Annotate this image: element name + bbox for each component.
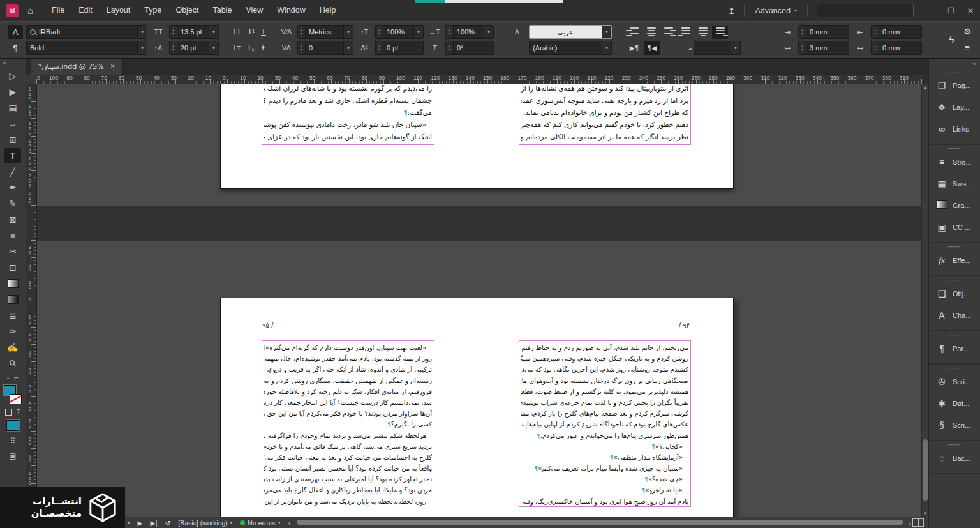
drag-handle-icon[interactable]: ╍╍╍╍ bbox=[929, 70, 980, 75]
preflight-status[interactable]: No errors ▾ bbox=[240, 519, 280, 527]
menu-layout[interactable]: Layout bbox=[100, 0, 138, 21]
text-frame-page-95[interactable]: «لعنت بهت سپیان، اون‌قدر دوستت دارم که گ… bbox=[262, 340, 434, 517]
menu-help[interactable]: Help bbox=[313, 0, 343, 21]
horizontal-scrollbar[interactable] bbox=[295, 520, 903, 525]
chevron-down-icon[interactable]: ▾ bbox=[343, 26, 353, 38]
rtl-direction-button[interactable]: ¶◀ bbox=[644, 41, 660, 55]
left-indent-field[interactable]: ▲▼ 0 mm bbox=[871, 25, 922, 39]
gradient-feather-tool[interactable] bbox=[4, 292, 21, 307]
chevron-down-icon[interactable]: ▾ bbox=[413, 26, 423, 38]
eyedropper-tool[interactable]: ✑ bbox=[4, 324, 21, 339]
content-collector-tool[interactable]: ⊞ bbox=[4, 132, 21, 147]
last-page-icon[interactable]: ▶| bbox=[151, 519, 158, 527]
align-jright-button[interactable] bbox=[712, 26, 728, 39]
panel-button-data-merge[interactable]: ✱Dat... bbox=[929, 393, 980, 414]
document-canvas[interactable]: را می‌دیدم که بر گورم نشسته بود و با شان… bbox=[36, 84, 922, 517]
case-button-2[interactable]: T bbox=[261, 27, 265, 36]
horizontal-scroll-thumb[interactable] bbox=[297, 520, 902, 525]
drag-handle-icon[interactable]: ╍╍╍╍ bbox=[929, 366, 980, 371]
stepper-icon[interactable]: ▲▼ bbox=[170, 26, 177, 38]
tracking-field[interactable]: ▲▼ 0 ▾ bbox=[297, 41, 353, 55]
text-frame-page-93[interactable]: را می‌دیدم که بر گورم نشسته بود و با شان… bbox=[262, 84, 434, 145]
horizontal-ruler[interactable]: 0100908070605040302010010203040506070809… bbox=[36, 75, 922, 84]
font-family-combo[interactable]: IRBadr ▾ bbox=[26, 25, 147, 39]
align-center-button[interactable] bbox=[643, 26, 659, 39]
restore-button[interactable]: ❐ bbox=[942, 0, 961, 21]
chevron-down-icon[interactable]: ▾ bbox=[343, 41, 353, 54]
panel-button-script-label[interactable]: §Scri... bbox=[929, 414, 980, 436]
horizontal-scale-field[interactable]: ▲▼ 100% ▾ bbox=[445, 25, 494, 39]
panel-button-paragraph-styles[interactable]: ¶Par... bbox=[929, 338, 980, 359]
panel-button-pages[interactable]: ❐Pag... bbox=[929, 75, 980, 96]
menu-table[interactable]: Table bbox=[206, 0, 239, 21]
scissors-tool[interactable]: ✂ bbox=[4, 244, 21, 259]
kashida-combo[interactable]: ▾ bbox=[694, 41, 741, 55]
chevron-down-icon[interactable]: ▾ bbox=[209, 41, 218, 54]
stepper-icon[interactable]: ▲▼ bbox=[298, 41, 306, 54]
scroll-right-icon[interactable]: › bbox=[909, 519, 912, 527]
menu-type[interactable]: Type bbox=[137, 0, 168, 21]
vertical-scale-field[interactable]: ▲▼ 100% ▾ bbox=[375, 25, 424, 39]
position-button-0[interactable]: Tᴛ bbox=[232, 43, 241, 52]
digits-combo[interactable]: عربي ▾ bbox=[529, 25, 612, 39]
align-jleft-button[interactable] bbox=[678, 26, 694, 39]
workspace-switcher[interactable]: Advanced ▾ bbox=[745, 6, 807, 15]
formatting-affects-container-icon[interactable] bbox=[5, 409, 12, 416]
quick-actions-icon[interactable]: ϟ bbox=[949, 34, 954, 46]
note-tool[interactable]: ≣ bbox=[4, 308, 21, 323]
last-line-indent-field[interactable]: ▲▼ 0 mm bbox=[871, 41, 922, 55]
panel-button-background-tasks[interactable]: ◌Bac... bbox=[929, 448, 980, 469]
zoom-tool[interactable]: ⚲ bbox=[4, 356, 21, 371]
stepper-icon[interactable]: ▲▼ bbox=[376, 41, 383, 54]
align-jcenter-button[interactable] bbox=[695, 26, 711, 39]
home-icon[interactable]: ⌂ bbox=[27, 5, 33, 16]
language-combo[interactable]: (Arabic) ▾ bbox=[529, 41, 612, 55]
menu-view[interactable]: View bbox=[239, 0, 270, 21]
font-size-field[interactable]: ▲▼ 13.5 pt ▾ bbox=[169, 25, 219, 39]
default-swatches-swap[interactable]: ▪⇄ bbox=[7, 375, 19, 381]
menu-window[interactable]: Window bbox=[270, 0, 312, 21]
stepper-icon[interactable]: ▲▼ bbox=[170, 41, 177, 54]
panel-button-cc-libraries[interactable]: ▣CC ... bbox=[929, 216, 980, 238]
panel-button-links[interactable]: ∞Links bbox=[929, 118, 980, 140]
minimize-button[interactable]: – bbox=[923, 0, 942, 21]
panel-button-gradient[interactable]: Gra... bbox=[929, 195, 980, 216]
vertical-ruler[interactable]: 1 5 01 6 01 7 01 8 01 9 02 0 02 1 03 02 … bbox=[26, 84, 37, 517]
chevron-down-icon[interactable]: ▾ bbox=[484, 26, 493, 38]
close-tab-icon[interactable]: ✕ bbox=[110, 63, 115, 70]
chevron-down-icon[interactable]: ▾ bbox=[602, 26, 611, 38]
chevron-down-icon[interactable]: ▾ bbox=[209, 26, 218, 38]
panel-button-object-styles[interactable]: ❑Obj... bbox=[929, 283, 980, 305]
search-input[interactable] bbox=[817, 4, 914, 17]
panel-button-scripts[interactable]: ✇Scri... bbox=[929, 371, 980, 393]
gap-tool[interactable]: ↔ bbox=[4, 116, 21, 132]
position-button-1[interactable]: T₁ bbox=[247, 43, 254, 52]
pencil-tool[interactable]: ✎ bbox=[4, 196, 21, 211]
scroll-left-icon[interactable]: ‹ bbox=[288, 519, 291, 527]
case-button-0[interactable]: TT bbox=[232, 27, 241, 36]
free-transform-tool[interactable]: ⊡ bbox=[4, 260, 21, 275]
screen-mode-icon[interactable]: ⠿ bbox=[10, 437, 16, 446]
kerning-field[interactable]: ▲▼ Metrics ▾ bbox=[297, 25, 353, 39]
chevron-down-icon[interactable]: ▾ bbox=[137, 41, 147, 54]
ltr-direction-button[interactable]: ▶¶ bbox=[626, 41, 642, 55]
preflight-icon[interactable]: ↺ bbox=[165, 519, 170, 527]
chevron-down-icon[interactable]: ▾ bbox=[602, 41, 611, 54]
panel-button-effects[interactable]: fxEffe... bbox=[929, 250, 980, 271]
first-line-indent-field[interactable]: ▲▼ 3 mm bbox=[798, 41, 849, 55]
close-button[interactable]: ✕ bbox=[961, 0, 980, 21]
align-left-button[interactable] bbox=[626, 26, 642, 39]
drag-handle-icon[interactable]: ╍╍╍╍ bbox=[929, 245, 980, 250]
chevron-down-icon[interactable]: ▾ bbox=[731, 41, 740, 54]
selection-tool[interactable]: ▷ bbox=[4, 68, 21, 84]
text-frame-page-94[interactable]: می‌ریختم، از جایم بلند شدم، آبی به صورتم… bbox=[519, 340, 691, 507]
panel-button-layers[interactable]: ❖Lay... bbox=[929, 96, 980, 118]
stepper-icon[interactable]: ▲▼ bbox=[446, 26, 454, 38]
vertical-scroll-thumb[interactable] bbox=[923, 439, 928, 501]
drag-handle-icon[interactable]: ╍╍╍╍ bbox=[929, 278, 980, 283]
character-style-combo[interactable]: Bold ▾ bbox=[26, 41, 147, 55]
paragraph-formatting-toggle[interactable]: ¶ bbox=[8, 41, 23, 55]
preview-mode-icon[interactable]: ▣ bbox=[9, 451, 16, 460]
type-tool[interactable]: T bbox=[4, 148, 21, 163]
panel-menu-icon[interactable]: ≡ bbox=[961, 43, 974, 52]
